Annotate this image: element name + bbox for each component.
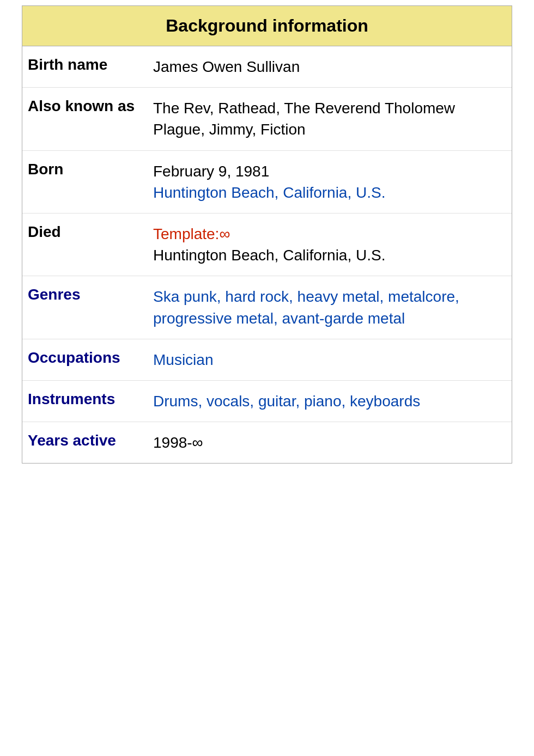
- genres-value: Ska punk, hard rock, heavy metal, metalc…: [148, 276, 512, 339]
- table-row: Occupations Musician: [22, 339, 512, 380]
- years-active-label: Years active: [22, 422, 148, 464]
- infobox-header: Background information: [22, 6, 512, 46]
- instruments-label: Instruments: [22, 380, 148, 422]
- birth-name-value: James Owen Sullivan: [148, 46, 512, 88]
- genres-label: Genres: [22, 276, 148, 339]
- died-location: Huntington Beach, California, U.S.: [153, 247, 385, 264]
- table-row: Birth name James Owen Sullivan: [22, 46, 512, 88]
- table-row: Genres Ska punk, hard rock, heavy metal,…: [22, 276, 512, 339]
- instruments-value: Drums, vocals, guitar, piano, keyboards: [148, 380, 512, 422]
- table-row: Instruments Drums, vocals, guitar, piano…: [22, 380, 512, 422]
- born-value: February 9, 1981 Huntington Beach, Calif…: [148, 150, 512, 213]
- born-date: February 9, 1981: [153, 163, 269, 180]
- table-row: Born February 9, 1981 Huntington Beach, …: [22, 150, 512, 213]
- years-active-value: 1998-∞: [148, 422, 512, 464]
- birth-name-label: Birth name: [22, 46, 148, 88]
- died-template[interactable]: Template:∞: [153, 225, 230, 242]
- born-label: Born: [22, 150, 148, 213]
- died-label: Died: [22, 213, 148, 276]
- also-known-as-value: The Rev, Rathead, The Reverend Tholomew …: [148, 88, 512, 150]
- also-known-as-label: Also known as: [22, 88, 148, 150]
- died-value: Template:∞ Huntington Beach, California,…: [148, 213, 512, 276]
- table-row: Died Template:∞ Huntington Beach, Califo…: [22, 213, 512, 276]
- occupations-label: Occupations: [22, 339, 148, 380]
- occupations-value[interactable]: Musician: [148, 339, 512, 380]
- table-row: Also known as The Rev, Rathead, The Reve…: [22, 88, 512, 150]
- born-location[interactable]: Huntington Beach, California, U.S.: [153, 184, 385, 201]
- table-row: Years active 1998-∞: [22, 422, 512, 464]
